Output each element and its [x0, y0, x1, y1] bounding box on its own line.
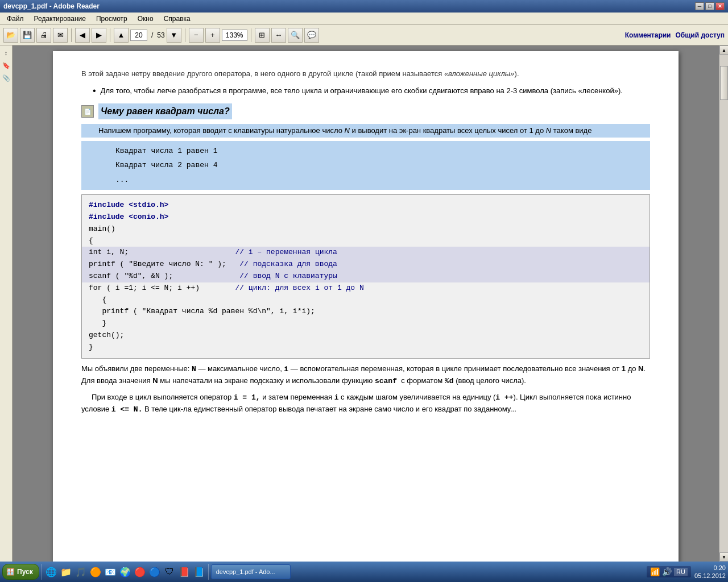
window-title: devcpp_1.pdf - Adobe Reader [3, 2, 100, 10]
search-button[interactable]: 🔍 [288, 28, 303, 43]
toolbar-right: Комментарии Общий доступ [625, 31, 725, 39]
start-label: Пуск [17, 568, 33, 576]
tray-icon-network[interactable]: 📶 [650, 567, 660, 576]
taskbar-word-icon[interactable]: 📘 [192, 565, 206, 579]
taskbar-mail-icon[interactable]: 📧 [104, 565, 117, 579]
sidebar-bookmark-icon[interactable]: 🔖 [1, 60, 11, 70]
code-line-3: main() [89, 225, 115, 233]
email-button[interactable]: ✉ [53, 28, 68, 43]
section-header: 📄 Чему равен квадрат числа? [81, 103, 650, 119]
tray-icon-volume[interactable]: 🔊 [662, 567, 672, 576]
fit-width-button[interactable]: ↔ [271, 28, 286, 43]
menu-window[interactable]: Окно [133, 14, 158, 24]
scroll-track[interactable] [719, 55, 728, 552]
clock-time: 0:20 [694, 564, 726, 572]
comment-button[interactable]: 💬 [304, 28, 319, 43]
sample-line-2: Квадрат числа 2 равен 4 [115, 160, 650, 171]
menu-file[interactable]: Файл [2, 14, 28, 24]
minimize-button[interactable]: ─ [695, 2, 704, 10]
section-intro-text: Напишем программу, которая вводит с клав… [81, 125, 650, 136]
taskbar-ie-icon[interactable]: 🌐 [44, 565, 58, 579]
menu-help[interactable]: Справка [159, 14, 195, 24]
window-controls: ─ □ ✕ [695, 2, 725, 10]
separator-3 [185, 28, 185, 42]
scroll-down-button[interactable]: ▼ [719, 552, 728, 562]
taskbar-separator-2 [208, 564, 209, 580]
title-bar: devcpp_1.pdf - Adobe Reader ─ □ ✕ [0, 0, 728, 13]
left-sidebar: ↕ 🔖 📎 [0, 45, 13, 562]
code-line-6: printf ( "Введите число N: " ); // подск… [82, 259, 650, 271]
code-line-4: { [89, 236, 93, 245]
code-line-5: int i, N; // i – переменная цикла [82, 247, 650, 259]
taskbar-browser1-icon[interactable]: 🌍 [118, 565, 132, 579]
language-badge[interactable]: RU [674, 568, 688, 576]
separator-2 [110, 28, 110, 42]
code-line-2: #include <conio.h> [89, 213, 168, 221]
menu-edit[interactable]: Редактирование [30, 14, 90, 24]
taskbar-shield-icon[interactable]: 🛡 [163, 565, 176, 579]
right-scrollbar: ▲ ▼ [719, 45, 728, 562]
taskbar-app-adobe[interactable]: devcpp_1.pdf - Ado... [211, 564, 291, 579]
main-area: ↕ 🔖 📎 В этой задаче нетру введение друго… [0, 45, 728, 562]
taskbar-browser2-icon[interactable]: 🔴 [133, 565, 147, 579]
sidebar-attach-icon[interactable]: 📎 [1, 73, 11, 83]
body-paragraph-1: Мы объявили две переменные: N — максимал… [81, 363, 650, 387]
code-line-1: #include <stdio.h> [89, 201, 168, 209]
maximize-button[interactable]: □ [705, 2, 714, 10]
next-page-button[interactable]: ▼ [167, 28, 181, 43]
taskbar-folder-icon[interactable]: 📁 [59, 565, 73, 579]
code-line-11: } [89, 319, 106, 327]
zoom-input[interactable] [222, 30, 247, 41]
toolbar: 📂 💾 🖨 ✉ ◀ ▶ ▲ / 53 ▼ − + ⊞ ↔ 🔍 💬 Коммент… [0, 25, 728, 45]
section-title: Чему равен квадрат числа? [98, 103, 232, 119]
clock-date: 05.12.2012 [694, 572, 726, 580]
forward-button[interactable]: ▶ [92, 28, 106, 43]
pdf-intro: В этой задаче нетру введение другого опе… [81, 68, 650, 80]
share-label[interactable]: Общий доступ [675, 31, 725, 39]
taskbar-right: 📶 🔊 RU 0:20 05.12.2012 [647, 564, 726, 580]
menu-view[interactable]: Просмотр [92, 14, 132, 24]
taskbar-skype-icon[interactable]: 🔵 [148, 565, 162, 579]
save-button[interactable]: 💾 [20, 28, 35, 43]
pdf-area: В этой задаче нетру введение другого опе… [13, 45, 719, 562]
taskbar-pdf-icon[interactable]: 📕 [177, 565, 191, 579]
prev-page-button[interactable]: ▲ [114, 28, 129, 43]
scroll-up-button[interactable]: ▲ [719, 45, 728, 55]
zoom-out-button[interactable]: − [189, 28, 204, 43]
bullet-item-1: • Для того, чтобы легче разобраться в пр… [93, 85, 650, 97]
page-separator: / [151, 31, 153, 39]
sample-dots: ... [115, 174, 650, 186]
taskbar: 🪟 Пуск 🌐 📁 🎵 🟠 📧 🌍 🔴 🔵 🛡 📕 📘 devcpp_1.pd… [0, 562, 728, 582]
sidebar-nav-icon[interactable]: ↕ [1, 48, 11, 58]
taskbar-media-icon[interactable]: 🎵 [74, 565, 88, 579]
code-line-12: getch(); [89, 331, 124, 339]
code-block: #include <stdio.h> #include <conio.h> ma… [81, 194, 650, 358]
section-document-icon: 📄 [81, 105, 94, 118]
sample-line-1: Квадрат числа 1 равен 1 [115, 146, 650, 157]
page-total: 53 [157, 31, 164, 39]
code-line-13: } [89, 343, 93, 351]
fit-page-button[interactable]: ⊞ [255, 28, 270, 43]
system-tray: 📶 🔊 RU [647, 566, 691, 577]
code-line-8: for ( i =1; i <= N; i ++) // цикл: для в… [89, 284, 364, 292]
section-intro-block: Напишем программу, которая вводит с клав… [81, 124, 650, 138]
comments-label[interactable]: Комментарии [625, 31, 671, 39]
body-paragraph-2: При входе в цикл выполняется оператор i … [81, 392, 650, 415]
bullet-text-1: Для того, чтобы легче разобраться в прог… [101, 85, 623, 97]
code-line-9: { [89, 296, 106, 304]
menu-bar: Файл Редактирование Просмотр Окно Справк… [0, 13, 728, 25]
scroll-thumb[interactable] [720, 66, 728, 100]
back-button[interactable]: ◀ [75, 28, 90, 43]
taskbar-clock: 0:20 05.12.2012 [694, 564, 726, 580]
separator-1 [71, 28, 72, 42]
zoom-in-button[interactable]: + [205, 28, 220, 43]
open-button[interactable]: 📂 [3, 28, 18, 43]
bullet-dot: • [93, 85, 96, 97]
pdf-page: В этой задаче нетру введение другого опе… [53, 51, 679, 562]
close-button[interactable]: ✕ [715, 2, 725, 10]
separator-4 [251, 28, 251, 42]
print-button[interactable]: 🖨 [36, 28, 51, 43]
taskbar-odnoklassniki-icon[interactable]: 🟠 [89, 565, 102, 579]
start-button[interactable]: 🪟 Пуск [2, 564, 39, 580]
page-number-input[interactable] [130, 30, 147, 41]
